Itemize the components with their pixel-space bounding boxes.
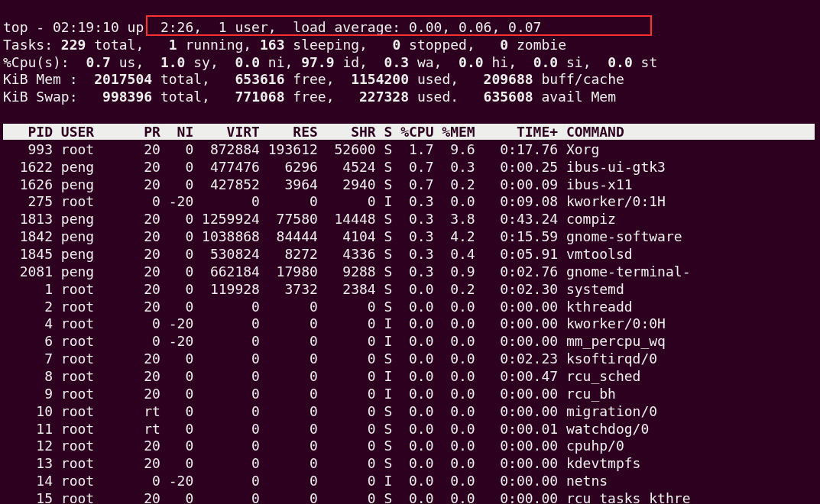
process-row: 7 root 20 0 0 0 0 S 0.0 0.0 0:02.23 ksof… (3, 351, 657, 367)
process-row: 10 root rt 0 0 0 0 S 0.0 0.0 0:00.00 mig… (3, 403, 657, 419)
process-row: 2 root 20 0 0 0 0 S 0.0 0.0 0:00.00 kthr… (3, 299, 633, 315)
summary-line-3: %Cpu(s): 0.7 us, 1.0 sy, 0.0 ni, 97.9 id… (3, 54, 657, 70)
process-row: 8 root 20 0 0 0 0 I 0.0 0.0 0:00.47 rcu_… (3, 368, 640, 384)
process-row: 14 root 0 -20 0 0 0 I 0.0 0.0 0:00.00 ne… (3, 473, 608, 489)
process-row: 1813 peng 20 0 1259924 77580 14448 S 0.3… (3, 211, 616, 227)
summary-line-5: KiB Swap: 998396 total, 771068 free, 227… (3, 89, 624, 105)
process-row: 6 root 0 -20 0 0 0 I 0.0 0.0 0:00.00 mm_… (3, 333, 666, 349)
process-row: 1842 peng 20 0 1038868 84444 4104 S 0.3 … (3, 228, 682, 244)
process-row: 11 root rt 0 0 0 0 S 0.0 0.0 0:00.01 wat… (3, 421, 649, 437)
process-row: 275 root 0 -20 0 0 0 I 0.3 0.0 0:09.08 k… (3, 193, 666, 209)
process-row: 13 root 20 0 0 0 0 S 0.0 0.0 0:00.00 kde… (3, 455, 640, 471)
summary-line-2: Tasks: 229 total, 1 running, 163 sleepin… (3, 37, 566, 53)
process-row: 993 root 20 0 872884 193612 52600 S 1.7 … (3, 141, 599, 157)
process-row: 1845 peng 20 0 530824 8272 4336 S 0.3 0.… (3, 246, 633, 262)
process-row: 4 root 0 -20 0 0 0 I 0.0 0.0 0:00.00 kwo… (3, 315, 666, 331)
process-row: 2081 peng 20 0 662184 17980 9288 S 0.3 0… (3, 263, 690, 279)
blank-line (3, 106, 11, 122)
process-row: 9 root 20 0 0 0 0 I 0.0 0.0 0:00.00 rcu_… (3, 386, 616, 402)
terminal-output[interactable]: top - 02:19:10 up 2:26, 1 user, load ave… (0, 0, 820, 504)
summary-line-1: top - 02:19:10 up 2:26, 1 user, load ave… (3, 19, 541, 35)
process-row: 12 root 20 0 0 0 0 S 0.0 0.0 0:00.00 cpu… (3, 438, 624, 454)
column-header-row: PID USER PR NI VIRT RES SHR S %CPU %MEM … (3, 124, 815, 140)
summary-line-4: KiB Mem : 2017504 total, 653616 free, 11… (3, 71, 624, 87)
process-row: 1622 peng 20 0 477476 6296 4524 S 0.7 0.… (3, 159, 666, 175)
process-row: 1626 peng 20 0 427852 3964 2940 S 0.7 0.… (3, 176, 633, 192)
process-row: 15 root 20 0 0 0 0 S 0.0 0.0 0:00.00 rcu… (3, 490, 690, 504)
process-row: 1 root 20 0 119928 3732 2384 S 0.0 0.2 0… (3, 281, 624, 297)
